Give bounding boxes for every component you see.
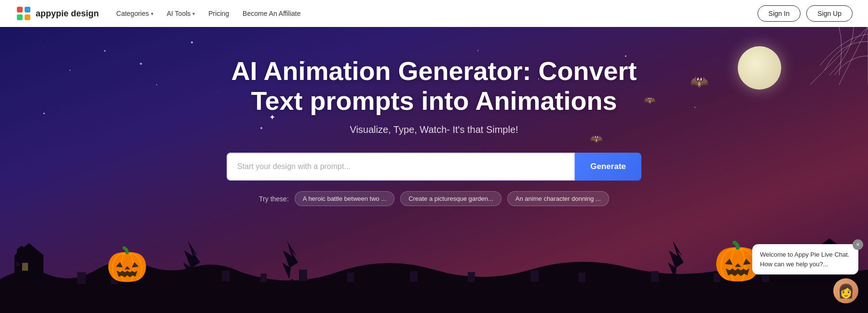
navbar: appypie design Categories ▾ AI Tools ▾ P… [0,0,868,27]
try-chip-1[interactable]: Create a picturesque garden... [400,191,502,206]
svg-rect-17 [347,273,354,282]
svg-rect-12 [77,272,86,284]
hero-title: AI Animation Generator: Convert Text pro… [217,56,651,116]
signin-button[interactable]: Sign In [758,5,801,22]
svg-rect-14 [222,271,230,281]
nav-categories[interactable]: Categories ▾ [116,10,153,17]
chat-widget: × Welcome to Appy Pie Live Chat. How can… [752,244,858,303]
chat-bubble: × Welcome to Appy Pie Live Chat. How can… [752,244,858,274]
nav-ai-tools[interactable]: AI Tools ▾ [167,10,195,17]
svg-rect-27 [677,279,679,287]
spiderweb-decoration [810,27,868,85]
logo[interactable]: appypie design [15,5,99,22]
bat-decoration-3: 🦇 [590,133,603,145]
logo-icon [15,5,32,22]
svg-rect-3 [17,14,23,20]
svg-rect-4 [25,14,30,20]
navbar-right: Sign In Sign Up [758,5,853,22]
search-container: Generate [227,153,641,181]
chat-avatar[interactable]: 👩 [833,278,858,303]
svg-rect-16 [299,270,307,281]
svg-rect-22 [651,271,659,282]
bat-decoration-1: 🦇 [690,73,709,91]
generate-button[interactable]: Generate [575,153,641,181]
nav-affiliate[interactable]: Become An Affiliate [243,10,300,17]
chevron-down-icon: ▾ [151,11,153,16]
svg-rect-20 [530,271,539,282]
try-these-label: Try these: [259,195,289,203]
search-input[interactable] [227,153,575,181]
svg-rect-2 [25,7,30,13]
try-chip-0[interactable]: A heroic battle between two ... [295,191,394,206]
svg-rect-9 [16,262,20,266]
pumpkin-left: 🎃 [106,245,148,284]
svg-rect-10 [22,263,28,271]
logo-text: appypie design [36,9,99,19]
chat-close-button[interactable]: × [853,239,863,250]
svg-line-6 [839,27,868,85]
svg-rect-25 [192,279,194,287]
svg-rect-21 [579,273,585,282]
svg-rect-1 [17,7,23,13]
try-these-container: Try these: A heroic battle between two .… [259,191,609,206]
svg-rect-26 [291,279,293,287]
hero-subtitle: Visualize, Type, Watch- It's that Simple… [350,124,518,135]
try-chip-2[interactable]: An anime character donning ... [507,191,609,206]
chevron-down-icon: ▾ [192,11,195,16]
signup-button[interactable]: Sign Up [806,5,853,22]
nav-links: Categories ▾ AI Tools ▾ Pricing Become A… [116,10,300,17]
svg-rect-19 [468,272,475,282]
hero-section: ✦ ✦ · · 🦇 🦇 🦇 AI Animation Generator: Co… [0,27,868,313]
svg-rect-15 [260,274,267,282]
chat-message: Welcome to Appy Pie Live Chat. How can w… [760,251,849,268]
svg-line-5 [810,27,868,85]
svg-rect-18 [410,271,418,282]
nav-pricing[interactable]: Pricing [208,10,229,17]
navbar-left: appypie design Categories ▾ AI Tools ▾ P… [15,5,300,22]
moon-decoration [738,46,781,90]
